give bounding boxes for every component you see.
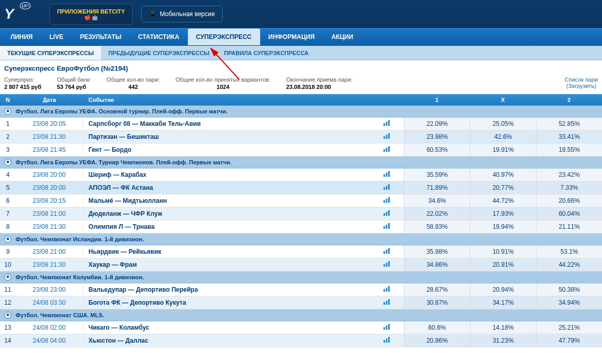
cell-event[interactable]: Мальмё — Мидтьюлланн <box>83 197 383 204</box>
cell-odds-1[interactable]: 20.96% <box>404 334 470 347</box>
cell-odds-1[interactable]: 28.67% <box>404 283 470 296</box>
cell-odds-x[interactable]: 20.91% <box>470 258 536 271</box>
cell-date[interactable]: 23/08 21:00 <box>16 248 83 255</box>
group-header[interactable]: Футбол. Лига Европы УЕФА. Основной турни… <box>0 106 602 118</box>
nav-item-акции[interactable]: АКЦИИ <box>323 29 362 45</box>
download-link[interactable]: (Загрузить) <box>565 83 598 89</box>
stats-icon[interactable] <box>383 287 390 293</box>
nav-item-live[interactable]: LIVE <box>41 29 72 45</box>
cell-event[interactable]: Шериф — Карабах <box>83 171 383 178</box>
cell-event[interactable]: Дюделанж — ЧФР Клуж <box>83 210 383 217</box>
cell-date[interactable]: 23/08 21:45 <box>16 146 83 153</box>
cell-event[interactable]: Сарпсборг 08 — Маккаби Тель-Авив <box>83 120 383 127</box>
stats-icon[interactable] <box>383 185 390 191</box>
cell-date[interactable]: 24/08 04:00 <box>16 337 83 344</box>
nav-item-статистика[interactable]: СТАТИСТИКА <box>130 29 187 45</box>
nav-item-суперэкспресс[interactable]: СУПЕРЭКСПРЕСС <box>188 29 260 45</box>
cell-odds-1[interactable]: 60.6% <box>404 321 470 334</box>
cell-odds-1[interactable]: 22.02% <box>404 207 470 220</box>
stats-icon[interactable] <box>383 224 390 230</box>
cell-event[interactable]: Гент — Бордо <box>83 146 383 153</box>
cell-odds-2[interactable]: 19.55% <box>536 144 602 156</box>
cell-odds-x[interactable]: 10.91% <box>470 245 536 258</box>
stats-icon[interactable] <box>383 324 390 331</box>
cell-odds-2[interactable]: 25.21% <box>536 321 602 334</box>
cell-odds-1[interactable]: 71.89% <box>404 181 470 194</box>
stats-icon[interactable] <box>383 172 390 178</box>
cell-odds-2[interactable]: 34.94% <box>536 296 602 309</box>
group-header[interactable]: Футбол. Лига Европы УЕФА. Турнир Чемпион… <box>0 157 602 168</box>
cell-odds-1[interactable]: 22.09% <box>404 118 470 130</box>
stats-icon[interactable] <box>383 121 390 127</box>
group-header[interactable]: Футбол. Чемпионат США. MLS. <box>0 309 602 321</box>
cell-odds-x[interactable]: 20.94% <box>470 283 536 296</box>
nav-item-информация[interactable]: ИНФОРМАЦИЯ <box>260 29 323 45</box>
nav-item-линия[interactable]: ЛИНИЯ <box>2 29 41 45</box>
cell-odds-2[interactable]: 47.79% <box>536 334 602 347</box>
cell-date[interactable]: 23/08 20:00 <box>16 171 83 178</box>
cell-event[interactable]: АПОЭЛ — ФК Астана <box>83 184 383 191</box>
cell-odds-x[interactable]: 44.72% <box>470 194 536 207</box>
cell-date[interactable]: 24/08 02:00 <box>16 324 83 331</box>
cell-odds-1[interactable]: 34.6% <box>404 194 470 207</box>
group-header[interactable]: Футбол. Чемпионат Колумбии. 1-й дивизион… <box>0 271 602 283</box>
cell-date[interactable]: 23/08 20:15 <box>16 197 83 204</box>
cell-odds-2[interactable]: 50.38% <box>536 283 602 296</box>
cell-odds-2[interactable]: 53.1% <box>536 245 602 258</box>
stats-icon[interactable] <box>383 337 390 344</box>
cell-event[interactable]: Ньярдвик — Рейкьявик <box>83 248 383 255</box>
cell-odds-1[interactable]: 30.87% <box>404 296 470 309</box>
cell-date[interactable]: 23/08 20:00 <box>16 184 83 191</box>
stats-icon[interactable] <box>383 262 390 268</box>
header-2[interactable]: 2 <box>536 97 602 103</box>
cell-odds-2[interactable]: 20.66% <box>536 194 602 207</box>
cell-odds-1[interactable]: 35.98% <box>404 245 470 258</box>
cell-odds-2[interactable]: 60.04% <box>536 207 602 220</box>
cell-odds-1[interactable]: 58.93% <box>404 220 470 233</box>
cell-odds-x[interactable]: 17.93% <box>470 207 536 220</box>
stats-icon[interactable] <box>383 198 390 204</box>
group-header[interactable]: Футбол. Чемпионат Исландии. 1-й дивизион… <box>0 233 602 245</box>
cell-odds-1[interactable]: 35.59% <box>404 168 470 181</box>
cell-date[interactable]: 23/08 23:00 <box>16 286 83 293</box>
stats-icon[interactable] <box>383 300 390 306</box>
cell-odds-1[interactable]: 34.86% <box>404 258 470 271</box>
nav-item-результаты[interactable]: РЕЗУЛЬТАТЫ <box>72 29 130 45</box>
cell-event[interactable]: Олимпия Л — Трнава <box>83 223 383 230</box>
header-x[interactable]: X <box>470 97 536 103</box>
cell-odds-2[interactable]: 7.33% <box>536 181 602 194</box>
cell-event[interactable]: Хаукар — Фрам <box>83 261 383 268</box>
cell-event[interactable]: Чикаго — Коламбус <box>83 324 383 331</box>
cell-odds-x[interactable]: 34.17% <box>470 296 536 309</box>
cell-event[interactable]: Богота ФК — Депортиво Кукута <box>83 299 383 306</box>
cell-odds-2[interactable]: 23.42% <box>536 168 602 181</box>
cell-odds-x[interactable]: 40.97% <box>470 168 536 181</box>
cell-date[interactable]: 23/08 21:30 <box>16 223 83 230</box>
cell-odds-2[interactable]: 21.11% <box>536 220 602 233</box>
cell-date[interactable]: 24/08 03:30 <box>16 299 83 306</box>
cell-odds-1[interactable]: 60.53% <box>404 144 470 156</box>
cell-odds-x[interactable]: 14.18% <box>470 321 536 334</box>
mobile-version-button[interactable]: 📱 Мобильная версия <box>141 6 223 22</box>
cell-date[interactable]: 23/08 21:00 <box>16 210 83 217</box>
cell-odds-2[interactable]: 33.41% <box>536 131 602 143</box>
cell-odds-1[interactable]: 23.98% <box>404 131 470 143</box>
cell-odds-x[interactable]: 20.77% <box>470 181 536 194</box>
cell-odds-2[interactable]: 52.85% <box>536 118 602 130</box>
apps-button[interactable]: ПРИЛОЖЕНИЯ BETCITY 🍎 🤖 <box>49 4 133 25</box>
sub-tab-1[interactable]: ПРЕДЫДУЩИЕ СУПЕРЭКСПРЕССЫ <box>101 46 216 60</box>
sub-tab-2[interactable]: ПРАВИЛА СУПЕРЭКСПРЕССА <box>217 46 316 60</box>
cell-event[interactable]: Вальедупар — Депортиво Перейра <box>83 286 383 293</box>
stats-icon[interactable] <box>383 211 390 217</box>
header-1[interactable]: 1 <box>404 97 470 103</box>
cell-date[interactable]: 23/08 21:30 <box>16 133 83 140</box>
cell-date[interactable]: 23/08 20:05 <box>16 120 83 127</box>
cell-odds-x[interactable]: 31.23% <box>470 334 536 347</box>
cell-event[interactable]: Партизан — Бешикташ <box>83 133 383 140</box>
cell-odds-2[interactable]: 44.22% <box>536 258 602 271</box>
cell-odds-x[interactable]: 42.6% <box>470 131 536 143</box>
cell-odds-x[interactable]: 19.94% <box>470 220 536 233</box>
bets-list-link[interactable]: Список пари <box>565 76 598 83</box>
sub-tab-0[interactable]: ТЕКУЩИЕ СУПЕРЭКСПРЕССЫ <box>0 46 101 60</box>
cell-event[interactable]: Хьюстон — Даллас <box>83 337 383 344</box>
